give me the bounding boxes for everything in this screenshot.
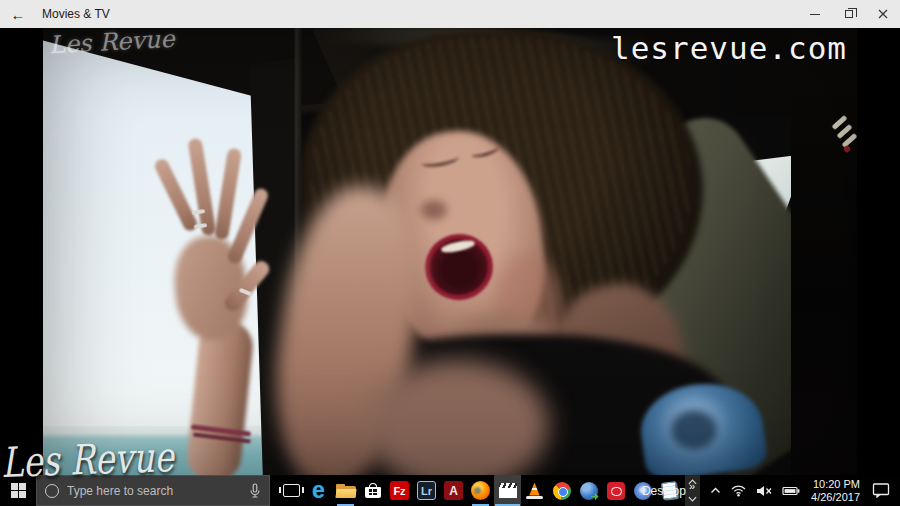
volume-status[interactable] bbox=[756, 485, 772, 497]
back-button[interactable]: ← bbox=[0, 0, 36, 28]
desktop-screen: ← Movies & TV bbox=[0, 0, 900, 506]
taskbar-item-chrome[interactable] bbox=[548, 475, 575, 506]
minimize-button[interactable] bbox=[798, 0, 832, 28]
show-hidden-icons-button[interactable] bbox=[710, 487, 721, 494]
wifi-icon bbox=[731, 484, 746, 497]
tattoo-face-motif bbox=[671, 410, 717, 450]
restore-button[interactable] bbox=[832, 0, 866, 28]
taskbar-item-updater[interactable] bbox=[575, 475, 602, 506]
nose-shadow bbox=[421, 200, 447, 220]
search-input[interactable] bbox=[67, 484, 245, 498]
window-controls bbox=[798, 0, 900, 28]
site-watermark: lesrevue.com bbox=[611, 30, 847, 66]
desktop-toolbar-label: Desktop bbox=[642, 484, 686, 498]
taskbar-item-store[interactable] bbox=[359, 475, 386, 506]
restore-icon bbox=[845, 10, 853, 18]
system-tray: Desktop » bbox=[642, 475, 900, 506]
battery-icon bbox=[782, 486, 800, 496]
taskbar-clock[interactable]: 10:20 PM 4/26/2017 bbox=[811, 478, 860, 504]
action-center-icon bbox=[872, 483, 890, 498]
edge-icon: e bbox=[312, 479, 325, 502]
blue-globe-updater-icon bbox=[580, 482, 598, 500]
movies-tv-clapperboard-icon bbox=[499, 483, 517, 498]
desktop-overflow-chevron: » bbox=[689, 480, 695, 492]
acrobat-icon: A bbox=[444, 481, 463, 500]
clock-time: 10:20 PM bbox=[811, 478, 860, 491]
windows-logo-icon bbox=[11, 483, 26, 498]
taskbar-item-creative-cloud[interactable] bbox=[602, 475, 629, 506]
dark-door-interior bbox=[791, 28, 857, 475]
vlc-cone-icon bbox=[526, 483, 543, 499]
taskbar-item-filezilla[interactable]: Fz bbox=[386, 475, 413, 506]
taskbar-item-movies-tv-active[interactable] bbox=[494, 475, 521, 506]
filezilla-icon: Fz bbox=[390, 481, 409, 500]
wifi-status[interactable] bbox=[731, 484, 746, 497]
volume-muted-icon bbox=[756, 485, 772, 497]
app-title: Movies & TV bbox=[42, 7, 110, 21]
back-arrow-icon: ← bbox=[11, 6, 26, 23]
action-center-button[interactable] bbox=[872, 483, 890, 498]
microsoft-store-icon bbox=[365, 483, 381, 498]
lightroom-icon: Lr bbox=[417, 481, 436, 500]
taskbar-item-file-explorer[interactable] bbox=[332, 475, 359, 506]
video-surface[interactable]: Les Revue lesrevue.com bbox=[43, 28, 857, 475]
taskbar-item-acrobat[interactable]: A bbox=[440, 475, 467, 506]
microphone-icon[interactable] bbox=[249, 483, 261, 499]
firefox-icon bbox=[471, 481, 490, 500]
file-explorer-icon bbox=[336, 483, 356, 499]
task-view-icon bbox=[283, 484, 300, 497]
video-letterbox: Les Revue lesrevue.com bbox=[0, 28, 900, 475]
creative-cloud-icon bbox=[607, 482, 625, 500]
chrome-icon bbox=[553, 482, 571, 500]
minimize-icon bbox=[810, 14, 820, 15]
taskbar-search-box[interactable] bbox=[36, 475, 270, 506]
battery-status[interactable] bbox=[782, 486, 800, 496]
taskbar-app-icons: e Fz Lr A bbox=[278, 475, 700, 506]
taskbar-item-edge[interactable]: e bbox=[305, 475, 332, 506]
taskbar-item-lightroom[interactable]: Lr bbox=[413, 475, 440, 506]
cortana-circle-icon bbox=[45, 484, 59, 498]
desktop-toolbar[interactable]: Desktop » bbox=[642, 484, 695, 498]
task-view-button[interactable] bbox=[278, 475, 305, 506]
close-icon bbox=[878, 9, 888, 19]
app-titlebar: ← Movies & TV bbox=[0, 0, 900, 28]
taskbar-item-firefox[interactable] bbox=[467, 475, 494, 506]
chevron-up-icon bbox=[710, 487, 721, 494]
taskbar: e Fz Lr A bbox=[0, 475, 900, 506]
start-button[interactable] bbox=[0, 475, 36, 506]
close-button[interactable] bbox=[866, 0, 900, 28]
taskbar-item-vlc[interactable] bbox=[521, 475, 548, 506]
clock-date: 4/26/2017 bbox=[811, 491, 860, 504]
